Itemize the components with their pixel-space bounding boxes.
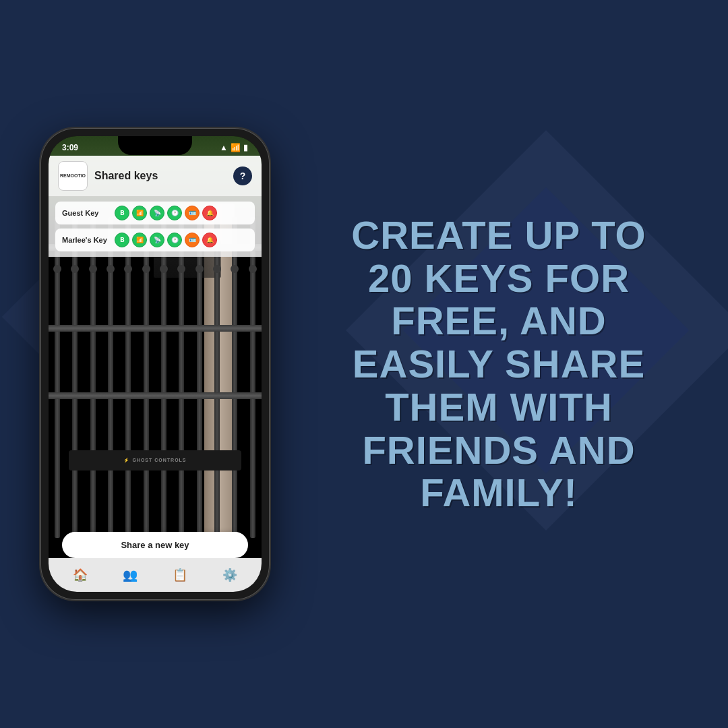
- main-content: ⚡ GHOST CONTROLS 3:09 ▲ 📶 ▮: [0, 0, 728, 728]
- keys-list: Guest Key 𝗕 📶 📡 🕐 🪪 🔔: [49, 196, 262, 257]
- phone-notch: [118, 136, 192, 155]
- key-item-marlees[interactable]: Marlee's Key 𝗕 📶 📡 🕐 🪪 🔔: [55, 229, 255, 251]
- phone-screen: ⚡ GHOST CONTROLS 3:09 ▲ 📶 ▮: [49, 136, 262, 592]
- card-icon: 🪪: [185, 206, 200, 220]
- nav-settings[interactable]: ⚙️: [216, 562, 243, 588]
- signal-icon: 📡: [150, 206, 164, 220]
- phone-wrapper: ⚡ GHOST CONTROLS 3:09 ▲ 📶 ▮: [40, 128, 270, 600]
- app-header: REMOOTIO Shared keys ?: [49, 156, 262, 196]
- key-name-guest: Guest Key: [62, 209, 109, 217]
- share-new-key-button[interactable]: Share a new key: [62, 532, 248, 558]
- promo-section: CREATE UP TO 20 KEYS FOR FREE, AND EASIL…: [297, 200, 688, 528]
- wifi-icon: 📶: [132, 206, 147, 220]
- battery-icon: ▮: [243, 143, 248, 152]
- bottom-section: Share a new key: [49, 532, 262, 558]
- clock-icon: 🕐: [167, 233, 182, 247]
- key-item-guest[interactable]: Guest Key 𝗕 📶 📡 🕐 🪪 🔔: [55, 202, 255, 224]
- promo-headline: CREATE UP TO 20 KEYS FOR FREE, AND EASIL…: [324, 214, 674, 515]
- bell-icon: 🔔: [202, 233, 217, 247]
- card-icon: 🪪: [185, 233, 200, 247]
- status-icons: ▲ 📶 ▮: [220, 143, 248, 152]
- help-button[interactable]: ?: [233, 166, 252, 185]
- bottom-nav: 🏠 👥 📋 ⚙️: [49, 558, 262, 592]
- key-icons-marlees: 𝗕 📶 📡 🕐 🪪 🔔: [115, 233, 217, 247]
- wifi-icon: 📶: [231, 143, 241, 152]
- clock-icon: 🕐: [167, 206, 182, 220]
- signal-icon: ▲: [220, 143, 228, 152]
- phone-ui-overlay: 3:09 ▲ 📶 ▮ REMOOTIO Shared keys: [49, 136, 262, 592]
- bluetooth-icon: 𝗕: [115, 233, 129, 247]
- nav-list[interactable]: 📋: [166, 562, 193, 588]
- bell-icon: 🔔: [202, 206, 217, 220]
- nav-home[interactable]: 🏠: [67, 562, 94, 588]
- app-logo: REMOOTIO: [58, 161, 88, 191]
- status-time: 3:09: [62, 143, 78, 152]
- phone-mockup: ⚡ GHOST CONTROLS 3:09 ▲ 📶 ▮: [40, 128, 270, 600]
- app-title: Shared keys: [94, 170, 226, 182]
- wifi-icon: 📶: [132, 233, 147, 247]
- nav-users[interactable]: 👥: [117, 562, 144, 588]
- signal-icon: 📡: [150, 233, 164, 247]
- bluetooth-icon: 𝗕: [115, 206, 129, 220]
- key-name-marlees: Marlee's Key: [62, 236, 109, 244]
- key-icons-guest: 𝗕 📶 📡 🕐 🪪 🔔: [115, 206, 217, 220]
